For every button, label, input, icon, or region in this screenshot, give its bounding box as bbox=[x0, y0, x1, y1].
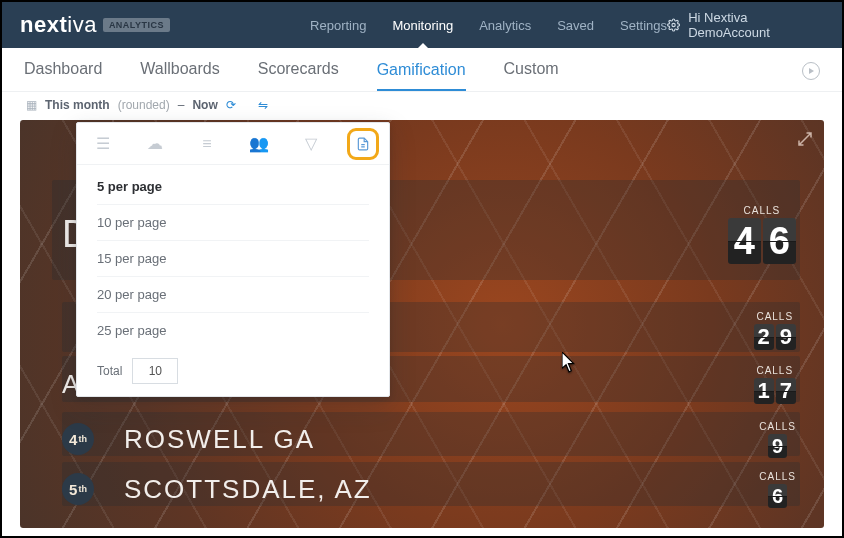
brand-name: nextiva bbox=[20, 12, 97, 38]
nav-settings[interactable]: Settings bbox=[620, 2, 667, 48]
nav-main: Reporting Monitoring Analytics Saved Set… bbox=[310, 2, 667, 48]
calls-block: CALLS 6 bbox=[759, 471, 796, 508]
rounded-label: (rounded) bbox=[118, 98, 170, 112]
calls-label: CALLS bbox=[754, 311, 797, 322]
nav-right: Hi Nextiva DemoAccount bbox=[667, 10, 824, 40]
top-navbar: nextiva ANALYTICS Reporting Monitoring A… bbox=[2, 2, 842, 48]
calls-label: CALLS bbox=[728, 205, 796, 216]
calls-block: CALLS 9 bbox=[759, 421, 796, 458]
rank-badge: 5th bbox=[62, 473, 94, 505]
calls-block: CALLS 29 bbox=[754, 311, 797, 350]
leaderboard-row-5: 5th SCOTTSDALE, AZ CALLS 6 bbox=[62, 468, 796, 510]
now-label[interactable]: Now bbox=[192, 98, 217, 112]
refresh-icon[interactable]: ⟳ bbox=[226, 98, 236, 112]
location-name: SCOTTSDALE, AZ bbox=[124, 474, 372, 505]
nav-saved[interactable]: Saved bbox=[557, 2, 594, 48]
brand: nextiva ANALYTICS bbox=[20, 12, 170, 38]
location-name: ROSWELL GA bbox=[124, 424, 315, 455]
popover-toolbar: ☰ ☁ ≡ 👥 ▽ bbox=[77, 123, 389, 165]
tab-custom[interactable]: Custom bbox=[504, 60, 559, 80]
calls-label: CALLS bbox=[759, 471, 796, 482]
expand-icon[interactable] bbox=[796, 130, 814, 148]
calls-block: CALLS 17 bbox=[754, 365, 797, 404]
calls-label: CALLS bbox=[754, 365, 797, 376]
calls-value: 6 bbox=[759, 484, 796, 508]
calls-value: 29 bbox=[754, 324, 797, 350]
range-sep: – bbox=[178, 98, 185, 112]
layout-toggle-icon[interactable]: ⇋ bbox=[258, 98, 268, 112]
brand-badge: ANALYTICS bbox=[103, 18, 170, 32]
page-size-option[interactable]: 5 per page bbox=[97, 169, 369, 205]
page-size-list: 5 per page 10 per page 15 per page 20 pe… bbox=[77, 165, 389, 354]
list-view-icon[interactable]: ☰ bbox=[94, 135, 112, 153]
nav-monitoring[interactable]: Monitoring bbox=[392, 2, 453, 48]
page-size-option[interactable]: 25 per page bbox=[97, 313, 369, 348]
calls-label: CALLS bbox=[759, 421, 796, 432]
calls-value: 46 bbox=[728, 218, 796, 264]
rank-badge: 4th bbox=[62, 423, 94, 455]
total-label: Total bbox=[97, 364, 122, 378]
nav-reporting[interactable]: Reporting bbox=[310, 2, 366, 48]
sub-tabs: Dashboard Wallboards Scorecards Gamifica… bbox=[2, 48, 842, 92]
tab-scorecards[interactable]: Scorecards bbox=[258, 60, 339, 80]
cloud-icon[interactable]: ☁ bbox=[146, 135, 164, 153]
calls-block: CALLS 46 bbox=[728, 205, 796, 264]
page-size-option[interactable]: 10 per page bbox=[97, 205, 369, 241]
range-label[interactable]: This month bbox=[45, 98, 110, 112]
gear-icon[interactable] bbox=[667, 18, 680, 32]
tab-dashboard[interactable]: Dashboard bbox=[24, 60, 102, 80]
calendar-icon[interactable]: ▦ bbox=[26, 98, 37, 112]
calls-value: 9 bbox=[759, 434, 796, 458]
tab-wallboards[interactable]: Wallboards bbox=[140, 60, 219, 80]
page-size-option[interactable]: 15 per page bbox=[97, 241, 369, 277]
total-input[interactable] bbox=[132, 358, 178, 384]
page-icon[interactable] bbox=[354, 135, 372, 153]
tab-gamification[interactable]: Gamification bbox=[377, 61, 466, 91]
page-size-total: Total bbox=[77, 354, 389, 384]
filter-icon[interactable]: ▽ bbox=[302, 135, 320, 153]
cursor-icon bbox=[562, 352, 576, 372]
bars-icon[interactable]: ≡ bbox=[198, 135, 216, 153]
greeting-text: Hi Nextiva DemoAccount bbox=[688, 10, 824, 40]
leaderboard-row-4: 4th ROSWELL GA CALLS 9 bbox=[62, 418, 796, 460]
people-icon[interactable]: 👥 bbox=[250, 135, 268, 153]
page-size-popover: ☰ ☁ ≡ 👥 ▽ 5 per page 10 per page 15 per … bbox=[76, 122, 390, 397]
nav-analytics[interactable]: Analytics bbox=[479, 2, 531, 48]
page-size-option[interactable]: 20 per page bbox=[97, 277, 369, 313]
play-icon[interactable] bbox=[802, 62, 820, 80]
svg-point-0 bbox=[672, 23, 675, 26]
calls-value: 17 bbox=[754, 378, 797, 404]
filter-bar: ▦ This month (rounded) – Now ⟳ ⇋ bbox=[2, 92, 842, 120]
